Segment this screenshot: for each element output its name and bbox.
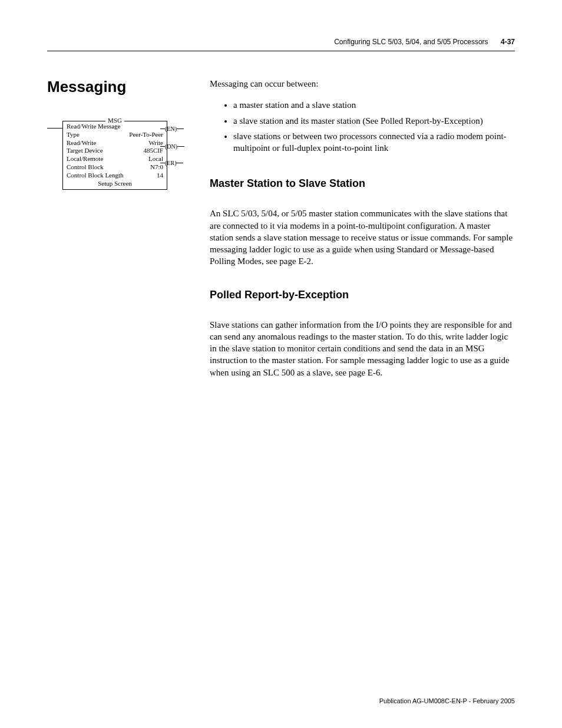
msg-subtitle: Read/Write Message: [67, 123, 163, 131]
msg-row-ctrlblocklen: Control Block Length14: [67, 172, 163, 180]
intro-bullet-list: a master station and a slave station a s…: [210, 99, 515, 154]
publication-footer: Publication AG-UM008C-EN-P - February 20…: [379, 697, 515, 704]
msg-row-ctrlblock: Control BlockN7:0: [67, 163, 163, 172]
body-master-slave: An SLC 5/03, 5/04, or 5/05 master statio…: [210, 207, 515, 267]
subheading-polled-rbe: Polled Report-by-Exception: [210, 289, 515, 301]
msg-box: MSG Read/Write Message TypePeer-To-Peer …: [62, 121, 167, 190]
page-header: Configuring SLC 5/03, 5/04, and 5/05 Pro…: [334, 38, 515, 46]
chapter-title: Configuring SLC 5/03, 5/04, and 5/05 Pro…: [334, 38, 488, 46]
header-rule: [47, 51, 515, 51]
msg-row-localremote: Local/RemoteLocal: [67, 155, 163, 163]
msg-row-target: Target Device485CIF: [67, 147, 163, 155]
msg-setup-screen: Setup Screen: [67, 180, 163, 187]
intro-paragraph: Messaging can occur between:: [210, 78, 515, 90]
body-polled-rbe: Slave stations can gather information fr…: [210, 319, 515, 378]
diagram-lead-line: [47, 128, 62, 129]
msg-status-en: EN: [160, 125, 184, 132]
msg-row-rw: Read/WriteWrite: [67, 139, 163, 147]
msg-status-er: ER: [160, 159, 183, 166]
list-item: a master station and a slave station: [233, 99, 515, 111]
page-number: 4-37: [501, 38, 515, 46]
list-item: a slave station and its master station (…: [233, 115, 515, 127]
msg-instruction-diagram: MSG Read/Write Message TypePeer-To-Peer …: [47, 121, 193, 190]
msg-status-dn: DN: [160, 143, 184, 150]
msg-box-title: MSG: [105, 117, 124, 124]
section-title: Messaging: [47, 78, 193, 96]
msg-row-type: TypePeer-To-Peer: [67, 131, 163, 139]
subheading-master-slave: Master Station to Slave Station: [210, 177, 515, 190]
list-item: slave stations or between two processors…: [233, 130, 515, 154]
